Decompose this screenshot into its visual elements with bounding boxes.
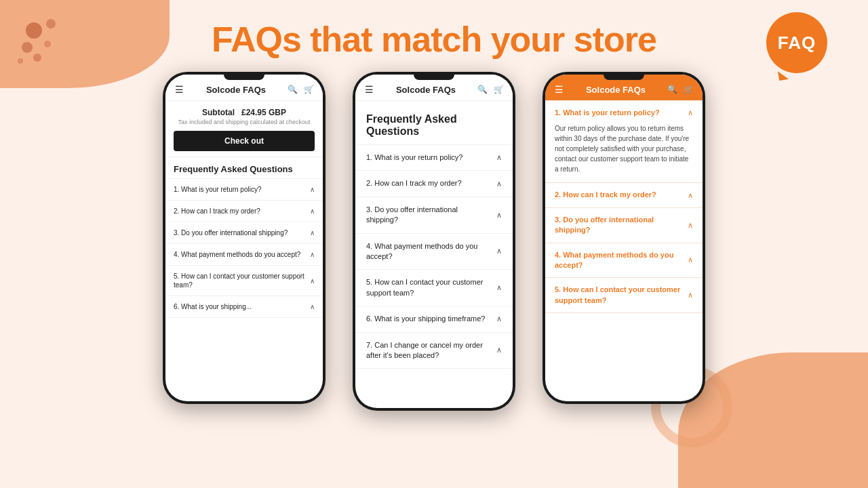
phone-2-nav-title: Solcode FAQs [396,85,456,95]
faq-q-phone2-0: 1. What is your return policy? [366,152,496,163]
phone-3-body: 1. What is your return policy? ∧ Our ret… [545,101,703,401]
hamburger-icon-2[interactable]: ☰ [363,84,374,95]
faq-badge-label: FAQ [778,33,816,54]
phone-1-notch [224,75,264,80]
phone-3-faq-items: 1. What is your return policy? ∧ Our ret… [545,101,703,313]
chevron-icon-phone1-3: ∧ [310,251,315,258]
faq-q-phone2-3: 4. What payment methods do you accept? [366,241,496,262]
faq-item-phone2-6[interactable]: 7. Can I change or cancel my order after… [355,333,513,369]
chevron-icon-phone2-0: ∧ [496,153,502,162]
faq-q-phone1-1: 2. How can I track my order? [174,207,310,216]
chevron-icon-phone3-3: ∧ [688,256,693,264]
faq-header-phone3-0: 1. What is your return policy? ∧ [555,108,693,118]
faq-q-phone2-1: 2. How can I track my order? [366,178,496,188]
chevron-icon-phone2-1: ∧ [496,180,502,188]
cart-icon-1[interactable]: 🛒 [304,84,315,95]
cart-subtotal: Subtotal £24.95 GBP [202,108,286,117]
faq-q-phone1-0: 1. What is your return policy? [174,185,310,194]
cart-header: Subtotal £24.95 GBP Tax included and shi… [165,101,323,157]
checkout-button[interactable]: Check out [174,131,315,151]
faq-item-phone3-0[interactable]: 1. What is your return policy? ∧ Our ret… [545,101,703,183]
faq-item-phone2-3[interactable]: 4. What payment methods do you accept?∧ [355,234,513,270]
faq-q-phone2-5: 6. What is your shipping timeframe? [366,314,496,324]
search-icon-3[interactable]: 🔍 [667,84,678,95]
search-icon-1[interactable]: 🔍 [288,84,298,95]
faq-q-phone3-2: 3. Do you offer international shipping? [555,215,688,236]
phone-3-screen: ☰ Solcode FAQs 🔍 🛒 1. What is your retur… [545,75,703,401]
faq-header-phone3-3: 4. What payment methods do you accept? ∧ [555,250,693,271]
faq-item-phone3-1[interactable]: 2. How can I track my order? ∧ [545,183,703,207]
faq-header-phone3-2: 3. Do you offer international shipping? … [555,215,693,236]
faq-item-phone1-4[interactable]: 5. How can I contact your customer suppo… [165,266,323,296]
chevron-icon-phone1-2: ∧ [310,229,315,237]
faq-q-phone3-4: 5. How can I contact your customer suppo… [555,285,688,306]
faq-item-phone1-2[interactable]: 3. Do you offer international shipping?∧ [165,222,323,244]
faq-q-phone2-2: 3. Do you offer international shipping? [366,205,496,226]
chevron-icon-phone2-3: ∧ [496,247,502,256]
phone-2-body: Frequently Asked Questions 1. What is yo… [355,101,513,408]
cart-icon-3[interactable]: 🛒 [684,84,694,95]
faq-q-phone2-6: 7. Can I change or cancel my order after… [366,340,496,361]
chevron-icon-phone3-0: ∧ [688,108,693,117]
chevron-icon-phone2-5: ∧ [496,314,502,323]
faq-badge-circle: FAQ [766,12,827,73]
phone-1-nav-title: Solcode FAQs [206,85,266,95]
page-header: FAQs that match your store [0,0,868,72]
cart-tax-note: Tax included and shipping calculated at … [178,119,310,125]
faq-item-phone3-3[interactable]: 4. What payment methods do you accept? ∧ [545,243,703,279]
phone-2-faq-title: Frequently Asked Questions [355,101,513,145]
hamburger-icon-1[interactable]: ☰ [174,84,184,95]
phone-2-screen: ☰ Solcode FAQs 🔍 🛒 Frequently Asked Ques… [355,75,513,408]
faq-q-phone3-3: 4. What payment methods do you accept? [555,250,688,271]
faq-item-phone3-4[interactable]: 5. How can I contact your customer suppo… [545,278,703,313]
faq-q-phone1-5: 6. What is your shipping... [174,302,310,311]
chevron-icon-phone1-5: ∧ [310,303,315,310]
hamburger-icon-3[interactable]: ☰ [553,84,564,95]
faq-header-phone3-1: 2. How can I track my order? ∧ [555,190,693,200]
faq-item-phone3-2[interactable]: 3. Do you offer international shipping? … [545,208,703,243]
chevron-icon-phone3-1: ∧ [688,191,693,200]
faq-item-phone2-1[interactable]: 2. How can I track my order?∧ [355,171,513,197]
chevron-icon-phone3-4: ∧ [688,291,693,300]
chevron-icon-phone2-6: ∧ [496,346,502,354]
chevron-icon-phone1-1: ∧ [310,207,315,215]
phone-3-notch [604,75,644,80]
phone-1-faq-body: Frequently Asked Questions 1. What is yo… [165,157,323,401]
phone-1-nav-icons: 🔍 🛒 [288,84,315,95]
faq-q-phone1-4: 5. How can I contact your customer suppo… [174,272,310,289]
phone-3-nav-title: Solcode FAQs [586,85,646,95]
phone-2-faq-items: 1. What is your return policy?∧2. How ca… [355,145,513,369]
phone-1-faq-items: 1. What is your return policy?∧2. How ca… [165,179,323,318]
faq-q-phone1-2: 3. Do you offer international shipping? [174,228,310,237]
cart-icon-2[interactable]: 🛒 [494,84,505,95]
faq-answer-phone3-0: Our return policy allows you to return i… [555,118,693,176]
phone-2-nav-icons: 🔍 🛒 [477,84,505,95]
faq-q-phone1-3: 4. What payment methods do you accept? [174,250,310,259]
chevron-icon-phone2-4: ∧ [496,283,502,292]
phone-3-nav-icons: 🔍 🛒 [667,84,694,95]
faq-item-phone1-5[interactable]: 6. What is your shipping...∧ [165,296,323,318]
search-icon-2[interactable]: 🔍 [477,84,488,95]
phone-2-notch [414,75,454,80]
page-headline: FAQs that match your store [0,19,868,60]
chevron-icon-phone1-0: ∧ [310,186,315,193]
faq-item-phone2-4[interactable]: 5. How can I contact your customer suppo… [355,270,513,306]
chevron-icon-phone2-2: ∧ [496,211,502,220]
faq-item-phone2-0[interactable]: 1. What is your return policy?∧ [355,145,513,171]
phones-container: ☰ Solcode FAQs 🔍 🛒 Subtotal £24.95 GBP T… [0,72,868,411]
phone-1: ☰ Solcode FAQs 🔍 🛒 Subtotal £24.95 GBP T… [163,72,326,404]
faq-item-phone1-3[interactable]: 4. What payment methods do you accept?∧ [165,244,323,266]
faq-badge: FAQ [766,12,827,73]
faq-q-phone3-0: 1. What is your return policy? [555,108,688,118]
faq-q-phone2-4: 5. How can I contact your customer suppo… [366,277,496,298]
phone-2: ☰ Solcode FAQs 🔍 🛒 Frequently Asked Ques… [353,72,515,411]
faq-item-phone1-1[interactable]: 2. How can I track my order?∧ [165,201,323,222]
faq-header-phone3-4: 5. How can I contact your customer suppo… [555,285,693,306]
chevron-icon-phone3-2: ∧ [688,221,693,230]
faq-q-phone3-1: 2. How can I track my order? [555,190,688,200]
faq-item-phone2-5[interactable]: 6. What is your shipping timeframe?∧ [355,306,513,332]
faq-item-phone1-0[interactable]: 1. What is your return policy?∧ [165,179,323,201]
faq-item-phone2-2[interactable]: 3. Do you offer international shipping?∧ [355,197,513,234]
chevron-icon-phone1-4: ∧ [310,277,315,285]
phone-1-faq-title: Frequently Asked Questions [165,157,323,179]
